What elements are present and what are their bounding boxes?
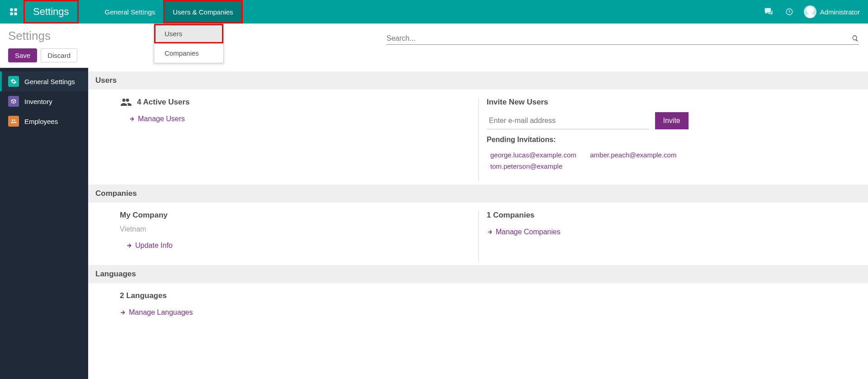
control-panel: Settings Save Discard (0, 24, 868, 68)
pending-invite[interactable]: george.lucas@example.com (491, 151, 576, 159)
manage-languages-link[interactable]: Manage Languages (120, 308, 193, 317)
search-box (387, 33, 859, 45)
user-name: Administrator (820, 8, 860, 16)
discard-button[interactable]: Discard (41, 48, 77, 62)
svg-rect-0 (10, 9, 13, 11)
arrow-right-icon (126, 242, 132, 249)
gear-icon (8, 76, 19, 87)
users-companies-dropdown: Users Companies (154, 24, 224, 63)
companies-count: 1 Companies (487, 211, 855, 220)
section-header-companies: Companies (88, 185, 868, 203)
invite-email-input[interactable] (487, 112, 650, 129)
users-icon (120, 98, 132, 107)
dropdown-item-companies[interactable]: Companies (154, 43, 223, 63)
nav-item-general-settings[interactable]: General Settings (97, 0, 164, 24)
save-button[interactable]: Save (8, 48, 37, 62)
avatar (804, 5, 816, 18)
apps-grid-icon (9, 8, 18, 16)
my-company-label: My Company (120, 211, 474, 220)
sidebar-item-general-settings[interactable]: General Settings (0, 71, 88, 91)
sidebar-item-label: Inventory (24, 98, 52, 105)
top-navbar: Settings General Settings Users & Compan… (0, 0, 868, 24)
my-company-location: Vietnam (120, 225, 474, 233)
search-input[interactable] (387, 34, 848, 43)
section-header-languages: Languages (88, 265, 868, 283)
messaging-icon[interactable] (762, 0, 775, 24)
manage-users-link[interactable]: Manage Users (129, 115, 185, 123)
pending-invite[interactable]: amber.peach@example.com (590, 151, 676, 159)
box-icon (8, 96, 19, 107)
sidebar-item-inventory[interactable]: Inventory (0, 91, 88, 111)
apps-menu-button[interactable] (4, 0, 24, 24)
people-icon (8, 116, 19, 127)
nav-brand-settings[interactable]: Settings (24, 0, 79, 24)
arrow-right-icon (120, 309, 126, 316)
sidebar-item-label: General Settings (24, 78, 75, 85)
languages-count: 2 Languages (120, 291, 474, 300)
pending-invite[interactable]: tom.peterson@example (491, 162, 562, 170)
active-users-count: 4 Active Users (137, 98, 190, 107)
invite-title: Invite New Users (487, 98, 855, 107)
active-users-line: 4 Active Users (120, 98, 474, 107)
invite-button[interactable]: Invite (655, 112, 689, 129)
pending-title: Pending Invitations: (487, 136, 855, 144)
arrow-right-icon (129, 116, 135, 122)
sidebar-item-employees[interactable]: Employees (0, 111, 88, 131)
svg-rect-1 (14, 9, 17, 11)
section-header-users: Users (88, 71, 868, 90)
activity-icon[interactable] (783, 0, 796, 24)
nav-item-users-companies[interactable]: Users & Companies (163, 0, 242, 24)
manage-companies-link[interactable]: Manage Companies (487, 228, 561, 236)
arrow-right-icon (487, 229, 493, 235)
chat-icon (764, 7, 773, 16)
pending-invitations-list: george.lucas@example.com amber.peach@exa… (487, 149, 855, 172)
search-icon[interactable] (852, 35, 859, 42)
svg-rect-3 (14, 13, 17, 15)
settings-sidebar: General Settings Inventory Employees (0, 68, 88, 379)
clock-icon (785, 8, 793, 16)
update-info-link[interactable]: Update Info (126, 242, 173, 250)
user-menu[interactable]: Administrator (804, 5, 860, 18)
sidebar-item-label: Employees (24, 118, 58, 125)
dropdown-item-users[interactable]: Users (154, 24, 223, 43)
settings-main: Users 4 Active Users Manage Users Invite… (88, 68, 868, 379)
svg-rect-2 (10, 13, 13, 15)
